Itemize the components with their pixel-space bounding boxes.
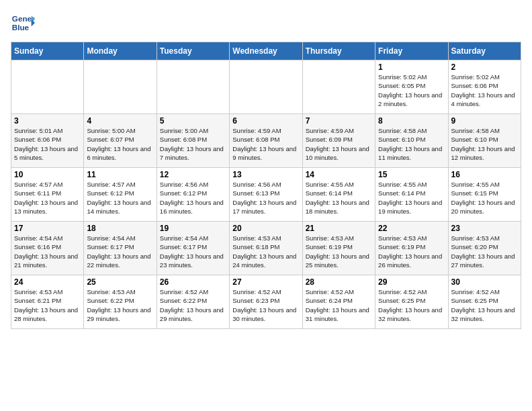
logo: General Blue [11,11,38,35]
day-number: 28 [306,277,372,287]
day-number: 25 [87,277,153,287]
day-info: Sunrise: 4:53 AM Sunset: 6:19 PM Dayligh… [306,234,372,269]
calendar-cell: 22Sunrise: 4:53 AM Sunset: 6:19 PM Dayli… [375,222,448,275]
day-info: Sunrise: 4:53 AM Sunset: 6:20 PM Dayligh… [451,234,518,269]
day-info: Sunrise: 4:54 AM Sunset: 6:16 PM Dayligh… [14,234,81,269]
calendar-cell: 17Sunrise: 4:54 AM Sunset: 6:16 PM Dayli… [11,222,84,275]
day-info: Sunrise: 4:58 AM Sunset: 6:10 PM Dayligh… [378,126,445,162]
day-number: 6 [232,116,299,126]
day-info: Sunrise: 4:55 AM Sunset: 6:15 PM Dayligh… [451,180,518,216]
weekday-header-saturday: Saturday [448,42,521,60]
day-number: 26 [160,277,226,287]
day-info: Sunrise: 4:54 AM Sunset: 6:17 PM Dayligh… [87,234,153,269]
day-info: Sunrise: 4:53 AM Sunset: 6:22 PM Dayligh… [87,287,153,323]
day-number: 2 [451,62,518,72]
day-info: Sunrise: 4:57 AM Sunset: 6:11 PM Dayligh… [14,180,81,216]
day-number: 1 [378,62,445,72]
day-number: 3 [14,116,81,126]
day-number: 11 [87,170,153,179]
day-number: 8 [378,116,445,126]
calendar-cell: 23Sunrise: 4:53 AM Sunset: 6:20 PM Dayli… [448,222,521,275]
day-info: Sunrise: 4:53 AM Sunset: 6:18 PM Dayligh… [232,234,299,269]
weekday-header-row: SundayMondayTuesdayWednesdayThursdayFrid… [11,42,521,60]
day-info: Sunrise: 4:59 AM Sunset: 6:08 PM Dayligh… [232,126,299,162]
day-number: 30 [451,277,518,287]
calendar-cell: 8Sunrise: 4:58 AM Sunset: 6:10 PM Daylig… [375,114,448,168]
calendar-cell: 30Sunrise: 4:52 AM Sunset: 6:25 PM Dayli… [448,275,521,329]
day-info: Sunrise: 4:53 AM Sunset: 6:19 PM Dayligh… [378,234,445,269]
day-number: 15 [378,170,445,179]
calendar-cell: 24Sunrise: 4:53 AM Sunset: 6:21 PM Dayli… [11,275,84,329]
day-number: 12 [160,170,226,179]
calendar-cell: 6Sunrise: 4:59 AM Sunset: 6:08 PM Daylig… [230,114,302,168]
calendar-cell: 27Sunrise: 4:52 AM Sunset: 6:23 PM Dayli… [230,275,302,329]
calendar-cell [84,60,157,114]
calendar-week-5: 24Sunrise: 4:53 AM Sunset: 6:21 PM Dayli… [11,275,521,329]
day-info: Sunrise: 5:01 AM Sunset: 6:06 PM Dayligh… [14,126,81,162]
day-info: Sunrise: 5:00 AM Sunset: 6:08 PM Dayligh… [160,126,226,162]
weekday-header-monday: Monday [84,42,157,60]
calendar-cell: 13Sunrise: 4:56 AM Sunset: 6:13 PM Dayli… [230,168,302,222]
day-info: Sunrise: 4:56 AM Sunset: 6:12 PM Dayligh… [160,180,226,216]
day-info: Sunrise: 4:52 AM Sunset: 6:25 PM Dayligh… [378,287,445,323]
day-info: Sunrise: 4:52 AM Sunset: 6:25 PM Dayligh… [451,287,518,323]
weekday-header-friday: Friday [375,42,448,60]
weekday-header-thursday: Thursday [302,42,375,60]
calendar-week-4: 17Sunrise: 4:54 AM Sunset: 6:16 PM Dayli… [11,222,521,275]
calendar-cell: 10Sunrise: 4:57 AM Sunset: 6:11 PM Dayli… [11,168,84,222]
day-number: 13 [232,170,299,179]
day-number: 17 [14,224,81,233]
calendar-cell: 29Sunrise: 4:52 AM Sunset: 6:25 PM Dayli… [375,275,448,329]
logo-icon: General Blue [11,11,35,35]
calendar-cell: 20Sunrise: 4:53 AM Sunset: 6:18 PM Dayli… [230,222,302,275]
calendar-cell: 11Sunrise: 4:57 AM Sunset: 6:12 PM Dayli… [84,168,157,222]
day-info: Sunrise: 4:52 AM Sunset: 6:23 PM Dayligh… [232,287,299,323]
day-info: Sunrise: 4:55 AM Sunset: 6:14 PM Dayligh… [378,180,445,216]
day-number: 19 [160,224,226,233]
day-info: Sunrise: 5:02 AM Sunset: 6:05 PM Dayligh… [378,73,445,108]
day-info: Sunrise: 4:56 AM Sunset: 6:13 PM Dayligh… [232,180,299,216]
day-number: 22 [378,224,445,233]
weekday-header-tuesday: Tuesday [157,42,229,60]
day-number: 24 [14,277,81,287]
day-number: 27 [232,277,299,287]
day-info: Sunrise: 4:54 AM Sunset: 6:17 PM Dayligh… [160,234,226,269]
calendar-cell: 5Sunrise: 5:00 AM Sunset: 6:08 PM Daylig… [157,114,229,168]
calendar-cell [230,60,302,114]
day-info: Sunrise: 4:57 AM Sunset: 6:12 PM Dayligh… [87,180,153,216]
calendar-cell: 18Sunrise: 4:54 AM Sunset: 6:17 PM Dayli… [84,222,157,275]
day-info: Sunrise: 5:00 AM Sunset: 6:07 PM Dayligh… [87,126,153,162]
day-info: Sunrise: 4:52 AM Sunset: 6:24 PM Dayligh… [306,287,372,323]
calendar-body: 1Sunrise: 5:02 AM Sunset: 6:05 PM Daylig… [11,60,521,329]
calendar-week-1: 1Sunrise: 5:02 AM Sunset: 6:05 PM Daylig… [11,60,521,114]
calendar-cell: 25Sunrise: 4:53 AM Sunset: 6:22 PM Dayli… [84,275,157,329]
calendar-cell: 14Sunrise: 4:55 AM Sunset: 6:14 PM Dayli… [302,168,375,222]
day-number: 18 [87,224,153,233]
day-number: 16 [451,170,518,179]
svg-text:Blue: Blue [12,23,30,32]
calendar-cell: 1Sunrise: 5:02 AM Sunset: 6:05 PM Daylig… [375,60,448,114]
calendar-cell: 9Sunrise: 4:58 AM Sunset: 6:10 PM Daylig… [448,114,521,168]
calendar-cell: 7Sunrise: 4:59 AM Sunset: 6:09 PM Daylig… [302,114,375,168]
day-number: 4 [87,116,153,126]
calendar-week-3: 10Sunrise: 4:57 AM Sunset: 6:11 PM Dayli… [11,168,521,222]
calendar-cell: 3Sunrise: 5:01 AM Sunset: 6:06 PM Daylig… [11,114,84,168]
calendar-cell: 21Sunrise: 4:53 AM Sunset: 6:19 PM Dayli… [302,222,375,275]
day-number: 9 [451,116,518,126]
calendar-cell: 16Sunrise: 4:55 AM Sunset: 6:15 PM Dayli… [448,168,521,222]
day-info: Sunrise: 4:59 AM Sunset: 6:09 PM Dayligh… [306,126,372,162]
day-info: Sunrise: 4:53 AM Sunset: 6:21 PM Dayligh… [14,287,81,323]
calendar-cell: 28Sunrise: 4:52 AM Sunset: 6:24 PM Dayli… [302,275,375,329]
calendar-cell: 2Sunrise: 5:02 AM Sunset: 6:06 PM Daylig… [448,60,521,114]
calendar-cell [302,60,375,114]
day-number: 14 [306,170,372,179]
day-number: 7 [306,116,372,126]
day-info: Sunrise: 4:55 AM Sunset: 6:14 PM Dayligh… [306,180,372,216]
day-number: 21 [306,224,372,233]
calendar-cell: 26Sunrise: 4:52 AM Sunset: 6:22 PM Dayli… [157,275,229,329]
calendar-cell [11,60,84,114]
day-info: Sunrise: 4:52 AM Sunset: 6:22 PM Dayligh… [160,287,226,323]
calendar-cell: 12Sunrise: 4:56 AM Sunset: 6:12 PM Dayli… [157,168,229,222]
day-number: 10 [14,170,81,179]
day-info: Sunrise: 4:58 AM Sunset: 6:10 PM Dayligh… [451,126,518,162]
